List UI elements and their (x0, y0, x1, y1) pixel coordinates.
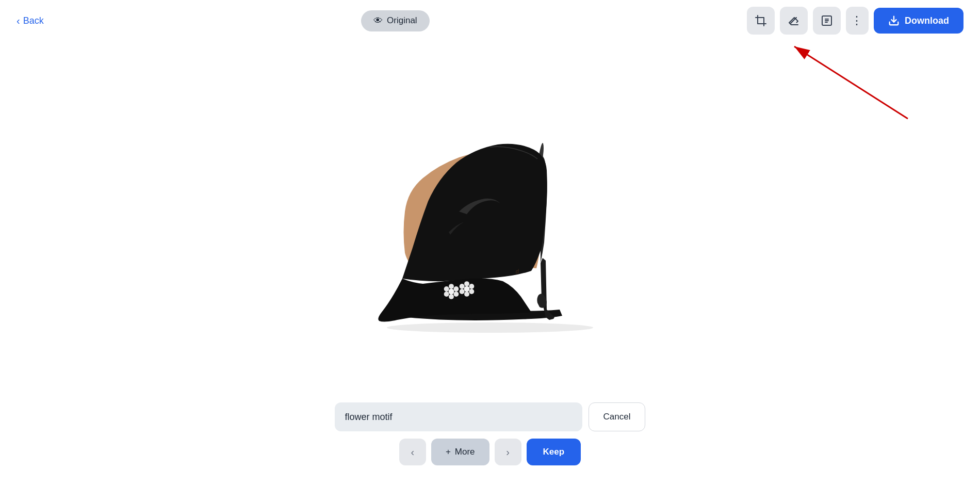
action-row: ‹ + More › Keep (399, 439, 581, 465)
svg-point-7 (453, 292, 459, 297)
download-button[interactable]: Download (874, 8, 963, 34)
edit-icon (821, 14, 833, 27)
svg-point-18 (464, 286, 470, 292)
svg-point-10 (444, 286, 449, 292)
svg-point-16 (460, 289, 465, 294)
shoe-image: d (356, 119, 624, 335)
header: ‹ Back 👁 Original ⋮ (0, 0, 980, 41)
original-button[interactable]: 👁 Original (361, 10, 430, 31)
download-icon (888, 15, 900, 26)
crop-icon (755, 14, 767, 27)
previous-button[interactable]: ‹ (399, 439, 426, 465)
more-label: More (455, 447, 475, 457)
svg-point-14 (469, 289, 474, 294)
cancel-label: Cancel (603, 412, 631, 422)
svg-point-11 (449, 289, 454, 295)
eraser-icon (788, 14, 800, 27)
keep-button[interactable]: Keep (527, 439, 581, 465)
keep-label: Keep (543, 447, 565, 457)
svg-point-4 (387, 322, 593, 333)
svg-point-17 (460, 284, 465, 289)
chevron-left-icon: ‹ (17, 15, 20, 27)
chevron-right-icon: › (506, 446, 510, 458)
chevron-left-icon: ‹ (411, 446, 415, 458)
vertical-dots-icon: ⋮ (851, 14, 863, 27)
svg-point-5 (449, 284, 454, 289)
svg-point-15 (464, 292, 469, 297)
original-label: Original (387, 15, 417, 26)
header-center: 👁 Original (361, 10, 430, 31)
download-label: Download (905, 15, 949, 26)
edit-button[interactable] (813, 7, 841, 35)
eye-icon: 👁 (373, 15, 383, 26)
header-right: ⋮ Download (747, 7, 963, 35)
svg-point-8 (449, 294, 454, 299)
back-button[interactable]: ‹ Back (17, 15, 44, 27)
svg-point-12 (464, 281, 469, 286)
bottom-panel: Cancel ‹ + More › Keep (0, 392, 980, 485)
cancel-button[interactable]: Cancel (589, 402, 646, 431)
svg-point-13 (469, 284, 474, 289)
svg-point-9 (444, 292, 449, 297)
more-button[interactable]: + More (431, 439, 489, 465)
next-button[interactable]: › (495, 439, 521, 465)
more-options-button[interactable]: ⋮ (846, 7, 869, 35)
erase-button[interactable] (780, 7, 808, 35)
input-row: Cancel (335, 402, 646, 431)
prompt-input[interactable] (335, 402, 582, 431)
back-label: Back (23, 15, 44, 26)
crop-button[interactable] (747, 7, 775, 35)
shoe-container: d (356, 119, 624, 335)
svg-point-6 (453, 286, 459, 292)
plus-icon: + (446, 447, 451, 457)
